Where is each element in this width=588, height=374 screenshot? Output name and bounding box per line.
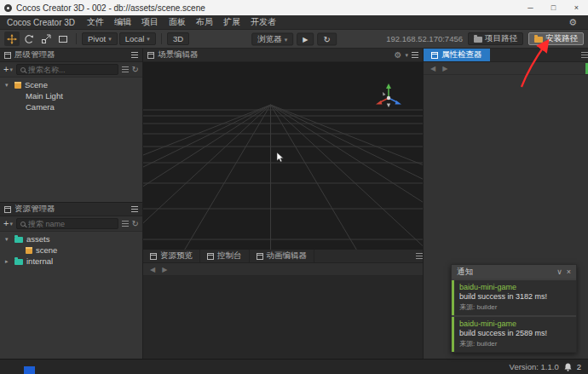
gizmo-tools-group: Pivot ▾ Local ▾ 3D	[4, 32, 189, 46]
assets-node-assets[interactable]: ▾ assets	[0, 233, 142, 245]
chevron-down-icon: ▾	[285, 36, 288, 42]
move-tool-button[interactable]	[4, 32, 20, 46]
notification-source: 来源: builder	[459, 339, 571, 348]
expand-caret-icon[interactable]: ▾	[5, 82, 11, 89]
notification-count-badge[interactable]: 2	[577, 362, 581, 371]
preview-target-select[interactable]: 浏览器 ▾	[251, 32, 293, 45]
panel-menu-icon[interactable]	[581, 52, 588, 58]
menu-item-extension[interactable]: 扩展	[218, 16, 245, 28]
bell-icon[interactable]	[564, 363, 572, 371]
gear-icon[interactable]: ⚙	[395, 51, 402, 60]
coordinate-select[interactable]: Local ▾	[119, 32, 156, 45]
project-path-button[interactable]: 项目路径	[468, 32, 523, 45]
notification-entry: baidu-mini-game build success in 2589 ms…	[452, 317, 576, 352]
node-label: Camera	[26, 102, 55, 112]
rect-tool-button[interactable]	[55, 32, 71, 46]
menu-item-layout[interactable]: 布局	[191, 16, 218, 28]
panel-menu-icon[interactable]	[416, 253, 423, 259]
panel-menu-icon[interactable]	[131, 52, 138, 58]
menu-item-project[interactable]: 项目	[136, 16, 164, 28]
tab-label: 资源预览	[160, 250, 193, 262]
collapse-icon[interactable]: ∨	[556, 268, 562, 276]
menu-item-developer[interactable]: 开发者	[245, 16, 281, 28]
refresh-icon[interactable]: ↻	[132, 220, 139, 228]
assets-node-internal[interactable]: ▸ internal	[0, 256, 142, 267]
hierarchy-search-input[interactable]	[28, 66, 114, 74]
install-path-label: 安装路径	[545, 33, 578, 44]
tab-label: 动画编辑器	[267, 250, 308, 262]
maximize-button[interactable]: □	[542, 0, 565, 15]
path-buttons-group: 192.168.52.170:7456 项目路径 安装路径	[386, 32, 584, 45]
nav-forward-icon[interactable]: ▶	[442, 65, 447, 72]
move-icon	[7, 34, 17, 44]
assets-tree: ▾ assets scene ▸ internal	[0, 232, 142, 359]
pivot-select[interactable]: Pivot ▾	[82, 32, 118, 45]
panel-menu-icon[interactable]	[131, 206, 138, 212]
preview-target-label: 浏览器	[257, 33, 282, 44]
assets-panel: 资源管理器 + ▾ ↻	[0, 202, 142, 359]
search-icon	[20, 67, 26, 72]
scene-viewport[interactable]	[143, 62, 423, 250]
menu-item-panel[interactable]: 面板	[164, 16, 191, 28]
notification-source: 来源: builder	[459, 302, 571, 312]
assets-search-input[interactable]	[28, 220, 114, 228]
menubar: Cocos Creator 3D 文件 编辑 项目 面板 布局 扩展 开发者 ⚙	[0, 15, 588, 30]
refresh-button[interactable]: ↻	[317, 32, 336, 45]
mode-3d-label: 3D	[173, 34, 183, 43]
sort-icon[interactable]	[122, 221, 129, 227]
assets-node-scene[interactable]: scene	[0, 245, 142, 256]
play-button[interactable]: ▶	[297, 32, 314, 45]
play-icon: ▶	[303, 35, 308, 43]
refresh-icon[interactable]: ↻	[132, 66, 139, 74]
folder-icon	[14, 237, 23, 243]
axis-gizmo[interactable]	[372, 81, 406, 115]
hierarchy-node-scene[interactable]: ▾ Scene	[0, 79, 142, 90]
mouse-cursor	[276, 152, 286, 163]
minimize-button[interactable]: ─	[519, 0, 542, 15]
chevron-down-icon: ▾	[147, 36, 150, 42]
tab-animation-editor[interactable]: 动画编辑器	[250, 250, 315, 262]
tab-asset-preview[interactable]: 资源预览	[143, 250, 200, 262]
notification-panel: 通知 ∨ × baidu-mini-game build success in …	[451, 264, 577, 353]
install-path-button[interactable]: 安装路径	[528, 32, 584, 45]
menu-item-file[interactable]: 文件	[82, 16, 109, 28]
menu-item-edit[interactable]: 编辑	[109, 16, 136, 28]
toolbar-separator	[76, 33, 77, 44]
add-node-button[interactable]: + ▾	[3, 65, 13, 74]
panel-icon	[257, 253, 263, 260]
node-label: scene	[36, 245, 57, 255]
scale-tool-button[interactable]	[38, 32, 54, 46]
expand-caret-icon[interactable]: ▾	[5, 236, 11, 243]
panel-icon	[4, 52, 11, 59]
preview-url[interactable]: 192.168.52.170:7456	[386, 34, 463, 43]
chevron-down-icon: ▾	[9, 66, 13, 72]
nav-back-icon[interactable]: ◀	[430, 65, 435, 72]
center-column: 场景编辑器 ⚙ ▾	[143, 49, 424, 359]
hierarchy-node-camera[interactable]: Camera	[0, 101, 142, 112]
mode-3d-button[interactable]: 3D	[167, 32, 189, 45]
chevron-down-icon: ▾	[9, 221, 13, 227]
expand-caret-icon[interactable]: ▸	[5, 258, 11, 265]
settings-gear-icon[interactable]: ⚙	[561, 17, 585, 28]
app-icon	[4, 4, 12, 12]
tab-console[interactable]: 控制台	[200, 250, 250, 262]
tab-inspector[interactable]: 属性检查器	[424, 49, 490, 61]
sort-icon[interactable]	[122, 66, 129, 72]
notification-entry: baidu-mini-game build success in 3182 ms…	[452, 280, 576, 315]
right-column: 属性检查器 ◀ ▶ 通知 ∨ × baidu-mini-g	[424, 49, 588, 359]
rotate-tool-button[interactable]	[21, 32, 37, 46]
rect-icon	[58, 34, 68, 44]
panel-menu-icon[interactable]	[412, 52, 418, 58]
nav-back-icon[interactable]: ◀	[150, 266, 155, 273]
main-toolbar: Pivot ▾ Local ▾ 3D 浏览器 ▾ ▶ ↻	[0, 30, 588, 49]
nav-forward-icon[interactable]: ▶	[162, 266, 167, 273]
close-button[interactable]: ×	[565, 0, 588, 15]
tab-label: 控制台	[217, 250, 242, 262]
app-window: Cocos Creator 3D - 002 - db://assets/sce…	[0, 0, 588, 374]
close-icon[interactable]: ×	[567, 268, 571, 276]
menu-item-app[interactable]: Cocos Creator 3D	[3, 18, 82, 27]
panel-icon	[4, 206, 11, 213]
hierarchy-node-main-light[interactable]: Main Light	[0, 90, 142, 101]
add-asset-button[interactable]: + ▾	[3, 219, 13, 228]
node-label: assets	[26, 234, 49, 244]
